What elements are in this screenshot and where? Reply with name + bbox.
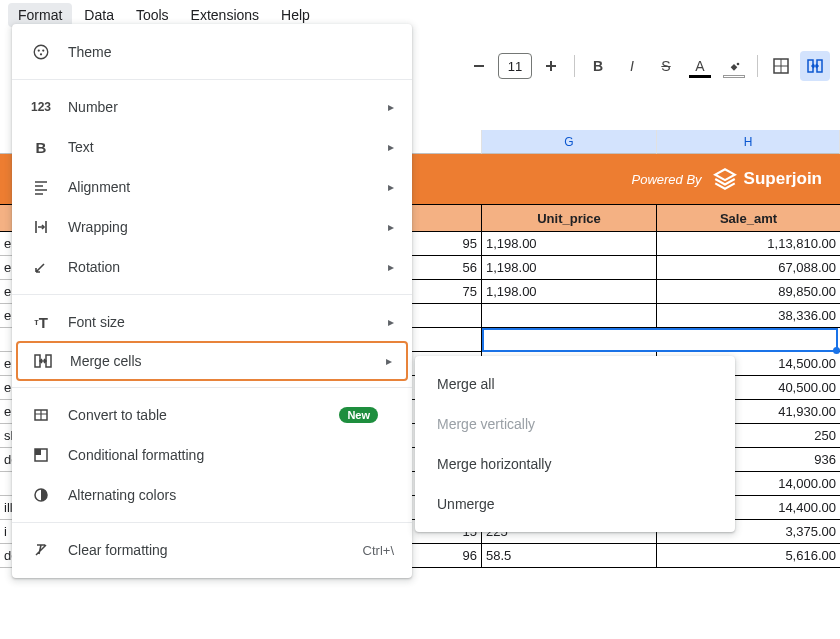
menu-clear-formatting-label: Clear formatting	[68, 542, 363, 558]
submenu-arrow-icon: ▸	[388, 100, 394, 114]
submenu-arrow-icon: ▸	[386, 354, 392, 368]
merge-cells-button[interactable]	[800, 51, 830, 81]
cell-sale-amt[interactable]: 5,616.00	[657, 544, 840, 568]
menu-text[interactable]: B Text ▸	[12, 127, 412, 167]
superjoin-brand-text: Superjoin	[744, 169, 822, 189]
table-header-unit-price: Unit_price	[482, 205, 657, 231]
menu-clear-formatting[interactable]: Clear formatting Ctrl+\	[12, 530, 412, 570]
strikethrough-button[interactable]: S	[651, 51, 681, 81]
column-header-g[interactable]: G	[482, 130, 657, 154]
menu-merge-cells[interactable]: Merge cells ▸	[16, 341, 408, 381]
menu-font-size[interactable]: тT Font size ▸	[12, 302, 412, 342]
cell-unit-price[interactable]: 1,198.00	[482, 256, 657, 280]
fill-color-button[interactable]	[719, 51, 749, 81]
cell-unit-price[interactable]: 1,198.00	[482, 280, 657, 304]
menu-separator	[12, 522, 412, 523]
wrapping-icon	[30, 219, 52, 235]
svg-point-4	[34, 45, 48, 59]
font-size-decrease[interactable]	[464, 51, 494, 81]
superjoin-logo: Superjoin	[712, 166, 822, 192]
cell-unit-price[interactable]	[482, 328, 657, 352]
menu-convert-to-table[interactable]: Convert to table New	[12, 395, 412, 435]
menu-convert-to-table-label: Convert to table	[68, 407, 339, 423]
theme-icon	[30, 43, 52, 61]
submenu-arrow-icon: ▸	[388, 315, 394, 329]
toolbar-divider	[574, 55, 575, 77]
conditional-formatting-icon	[30, 447, 52, 463]
cell-sale-amt[interactable]: 38,336.00	[657, 304, 840, 328]
menu-number-label: Number	[68, 99, 388, 115]
menu-alignment[interactable]: Alignment ▸	[12, 167, 412, 207]
unmerge[interactable]: Unmerge	[415, 484, 735, 524]
new-badge: New	[339, 407, 378, 423]
cell-sale-amt[interactable]	[657, 328, 840, 352]
borders-button[interactable]	[766, 51, 796, 81]
menu-separator	[12, 79, 412, 80]
menu-conditional-formatting-label: Conditional formatting	[68, 447, 394, 463]
table-icon	[30, 407, 52, 423]
submenu-arrow-icon: ▸	[388, 140, 394, 154]
merge-all[interactable]: Merge all	[415, 364, 735, 404]
alternating-colors-icon	[30, 487, 52, 503]
menu-theme-label: Theme	[68, 44, 394, 60]
cell-unit-price[interactable]: 1,198.00	[482, 232, 657, 256]
menu-number[interactable]: 123 Number ▸	[12, 87, 412, 127]
toolbar: 11 B I S A	[464, 48, 840, 84]
cell-unit-price[interactable]: 58.5	[482, 544, 657, 568]
number-icon: 123	[30, 100, 52, 114]
submenu-arrow-icon: ▸	[388, 180, 394, 194]
menu-theme[interactable]: Theme	[12, 32, 412, 72]
menu-alternating-colors-label: Alternating colors	[68, 487, 394, 503]
cell-sale-amt[interactable]: 1,13,810.00	[657, 232, 840, 256]
menu-rotation-label: Rotation	[68, 259, 388, 275]
font-size-icon: тT	[30, 314, 52, 331]
cell-sale-amt[interactable]: 67,088.00	[657, 256, 840, 280]
menu-font-size-label: Font size	[68, 314, 388, 330]
cell-unit-price[interactable]	[482, 304, 657, 328]
menu-conditional-formatting[interactable]: Conditional formatting	[12, 435, 412, 475]
svg-point-5	[38, 49, 40, 51]
svg-rect-12	[35, 449, 41, 455]
bold-icon: B	[30, 139, 52, 156]
toolbar-divider	[757, 55, 758, 77]
svg-point-0	[737, 63, 740, 66]
rotation-icon	[30, 259, 52, 275]
menu-rotation[interactable]: Rotation ▸	[12, 247, 412, 287]
clear-formatting-icon	[30, 542, 52, 558]
menu-wrapping-label: Wrapping	[68, 219, 388, 235]
bold-button[interactable]: B	[583, 51, 613, 81]
menu-alternating-colors[interactable]: Alternating colors	[12, 475, 412, 515]
menu-separator	[12, 387, 412, 388]
submenu-arrow-icon: ▸	[388, 260, 394, 274]
clear-formatting-shortcut: Ctrl+\	[363, 543, 394, 558]
font-size-increase[interactable]	[536, 51, 566, 81]
merge-vertically: Merge vertically	[415, 404, 735, 444]
italic-button[interactable]: I	[617, 51, 647, 81]
text-color-button[interactable]: A	[685, 51, 715, 81]
svg-point-7	[40, 53, 42, 55]
menu-merge-cells-label: Merge cells	[70, 353, 386, 369]
svg-point-6	[42, 49, 44, 51]
merge-cells-icon	[32, 352, 54, 370]
menu-text-label: Text	[68, 139, 388, 155]
font-size-input[interactable]: 11	[498, 53, 532, 79]
menu-wrapping[interactable]: Wrapping ▸	[12, 207, 412, 247]
merge-cells-submenu: Merge all Merge vertically Merge horizon…	[415, 356, 735, 532]
format-dropdown: Theme 123 Number ▸ B Text ▸ Alignment ▸ …	[12, 24, 412, 578]
submenu-arrow-icon: ▸	[388, 220, 394, 234]
powered-by-text: Powered By	[632, 172, 702, 187]
menu-alignment-label: Alignment	[68, 179, 388, 195]
column-header-h[interactable]: H	[657, 130, 840, 154]
merge-horizontally[interactable]: Merge horizontally	[415, 444, 735, 484]
menu-separator	[12, 294, 412, 295]
table-header-sale-amt: Sale_amt	[657, 205, 840, 231]
cell-sale-amt[interactable]: 89,850.00	[657, 280, 840, 304]
alignment-icon	[30, 179, 52, 195]
